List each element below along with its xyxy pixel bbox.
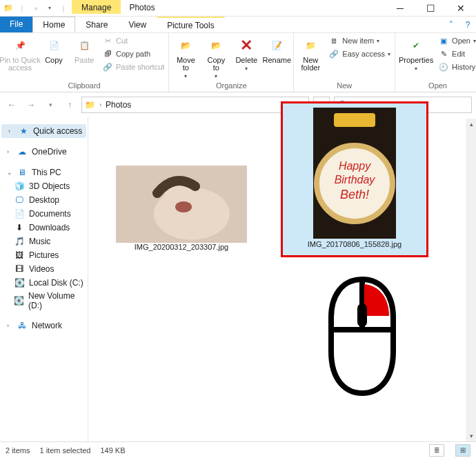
window-title: Photos — [121, 0, 163, 16]
copy-path-button[interactable]: 🗊Copy path — [101, 48, 166, 60]
tab-view[interactable]: View — [118, 17, 157, 32]
nav-quick-access[interactable]: ›★Quick access — [1, 124, 86, 138]
address-bar[interactable]: 📁 › Photos ˅ — [81, 97, 309, 113]
qat-dropdown-icon[interactable]: ▾ — [44, 3, 55, 14]
group-new: 📁 New folder 🗎New item ▾ 🔗Easy access ▾ … — [294, 33, 395, 92]
nav-new-volume[interactable]: 💽New Volume (D:) — [0, 290, 88, 312]
nav-onedrive[interactable]: ›☁OneDrive — [0, 145, 88, 159]
easy-access-button[interactable]: 🔗Easy access ▾ — [327, 48, 392, 60]
maximize-button[interactable]: ☐ — [415, 0, 446, 16]
nav-pictures[interactable]: 🖼Pictures — [0, 248, 88, 262]
tab-picture-tools[interactable]: Picture Tools — [157, 17, 224, 32]
move-to-button[interactable]: 📂 Move to ▾ — [172, 34, 199, 79]
breadcrumb-segment[interactable]: Photos — [106, 100, 131, 110]
group-label: New — [337, 81, 352, 91]
large-icons-view-button[interactable]: ⊞ — [455, 444, 470, 457]
nav-network[interactable]: ›🖧Network — [0, 319, 88, 332]
scroll-up-icon[interactable]: ▴ — [467, 119, 476, 130]
navigation-pane: ›★Quick access ›☁OneDrive ⌄🖥This PC 🧊3D … — [0, 117, 88, 451]
desktop-icon: 🖵 — [14, 195, 25, 206]
nav-desktop[interactable]: 🖵Desktop — [0, 193, 88, 207]
file-item-selected[interactable]: Happy Birthday Beth! IMG_20170806_155828… — [283, 103, 426, 255]
close-button[interactable]: ✕ — [446, 0, 476, 16]
chevron-down-icon: ▾ — [473, 38, 476, 44]
new-item-icon: 🗎 — [328, 35, 339, 46]
downloads-icon: ⬇ — [14, 222, 25, 233]
delete-icon: ✕ — [237, 36, 256, 55]
svg-text:Beth!: Beth! — [340, 188, 369, 201]
copy-icon: 📄 — [44, 36, 63, 55]
chevron-down-icon: ▾ — [245, 66, 248, 72]
status-count: 2 items — [6, 446, 30, 455]
contextual-tab[interactable]: Manage — [72, 0, 121, 14]
collapse-ribbon-icon[interactable]: ˄ — [443, 17, 459, 32]
network-icon: 🖧 — [17, 320, 28, 331]
scroll-down-icon[interactable]: ▾ — [467, 430, 476, 441]
cloud-icon: ☁ — [17, 146, 28, 157]
back-button[interactable]: ← — [4, 97, 19, 112]
recent-locations-button[interactable]: ▾ — [43, 97, 58, 112]
nav-music[interactable]: 🎵Music — [0, 235, 88, 248]
new-folder-button[interactable]: 📁 New folder — [297, 34, 324, 72]
svg-point-3 — [175, 201, 192, 212]
file-label: IMG_20170806_155828.jpg — [286, 240, 424, 248]
tab-share[interactable]: Share — [75, 17, 118, 32]
chevron-right-icon: › — [7, 148, 12, 155]
group-clipboard: 📌 Pin to Quick access 📄 Copy 📋 Paste ✂Cu… — [0, 33, 169, 92]
qat-btn[interactable]: ▫ — [30, 3, 41, 14]
chevron-down-icon: ▾ — [184, 73, 187, 79]
rename-button[interactable]: 📝 Rename — [263, 34, 290, 64]
status-selected: 1 item selected — [39, 446, 90, 455]
paste-button[interactable]: 📋 Paste — [70, 34, 98, 64]
copy-to-icon: 📂 — [206, 36, 226, 55]
paste-shortcut-icon: 🔗 — [102, 61, 113, 72]
minimize-button[interactable]: ─ — [385, 0, 415, 16]
file-thumbnail — [116, 166, 247, 243]
history-button[interactable]: 🕘History — [437, 61, 476, 73]
content-area[interactable]: IMG_20200312_203307.jpg Happy Birthday B… — [88, 117, 476, 451]
nav-documents[interactable]: 📄Documents — [0, 207, 88, 221]
chevron-down-icon: ⌄ — [7, 169, 12, 176]
forward-button[interactable]: → — [23, 97, 39, 112]
star-icon: ★ — [18, 126, 29, 137]
up-button[interactable]: ↑ — [62, 97, 77, 112]
status-bar: 2 items 1 item selected 149 KB ≣ ⊞ — [0, 441, 476, 458]
copy-button[interactable]: 📄 Copy — [40, 34, 68, 64]
cube-icon: 🧊 — [14, 181, 25, 192]
ribbon: 📌 Pin to Quick access 📄 Copy 📋 Paste ✂Cu… — [0, 33, 476, 92]
documents-icon: 📄 — [14, 208, 25, 219]
nav-this-pc[interactable]: ⌄🖥This PC — [0, 166, 88, 179]
nav-videos[interactable]: 🎞Videos — [0, 262, 88, 276]
scroll-track[interactable] — [467, 130, 476, 430]
nav-downloads[interactable]: ⬇Downloads — [0, 221, 88, 235]
move-icon: 📂 — [176, 36, 195, 55]
edit-button[interactable]: ✎Edit — [437, 48, 476, 60]
new-item-button[interactable]: 🗎New item ▾ — [327, 34, 392, 47]
file-item[interactable]: IMG_20200312_203307.jpg — [116, 166, 247, 255]
qat-separator: | — [58, 3, 69, 14]
tab-file[interactable]: File — [0, 17, 32, 32]
copy-to-button[interactable]: 📂 Copy to ▾ — [202, 34, 230, 79]
group-label: Organize — [216, 81, 247, 91]
scrollbar-vertical[interactable]: ▴ ▾ — [466, 119, 476, 441]
ribbon-tabs: File Home Share View Picture Tools ˄ ? — [0, 17, 476, 33]
nav-3d-objects[interactable]: 🧊3D Objects — [0, 179, 88, 193]
delete-button[interactable]: ✕ Delete ▾ — [232, 34, 260, 72]
paste-shortcut-button[interactable]: 🔗Paste shortcut — [101, 61, 166, 73]
cut-button[interactable]: ✂Cut — [101, 34, 166, 47]
group-organize: 📂 Move to ▾ 📂 Copy to ▾ ✕ Delete ▾ 📝 Ren… — [169, 33, 294, 92]
properties-button[interactable]: ✔ Properties ▾ — [398, 34, 434, 72]
chevron-down-icon: ▾ — [388, 51, 390, 57]
pin-quick-access-button[interactable]: 📌 Pin to Quick access — [3, 34, 37, 72]
copy-path-icon: 🗊 — [102, 48, 113, 59]
tab-home[interactable]: Home — [32, 17, 75, 32]
pc-icon: 🖥 — [17, 167, 28, 178]
title-bar: 📁 | ▫ ▾ | Manage Photos ─ ☐ ✕ — [0, 0, 476, 17]
breadcrumb-caret-icon[interactable]: › — [99, 101, 101, 108]
open-button[interactable]: ▣Open ▾ — [437, 34, 476, 47]
edit-icon: ✎ — [438, 48, 449, 59]
chevron-down-icon: ▾ — [377, 38, 379, 44]
details-view-button[interactable]: ≣ — [429, 444, 444, 457]
nav-local-disk[interactable]: 💽Local Disk (C:) — [0, 276, 88, 290]
help-icon[interactable]: ? — [459, 17, 476, 32]
